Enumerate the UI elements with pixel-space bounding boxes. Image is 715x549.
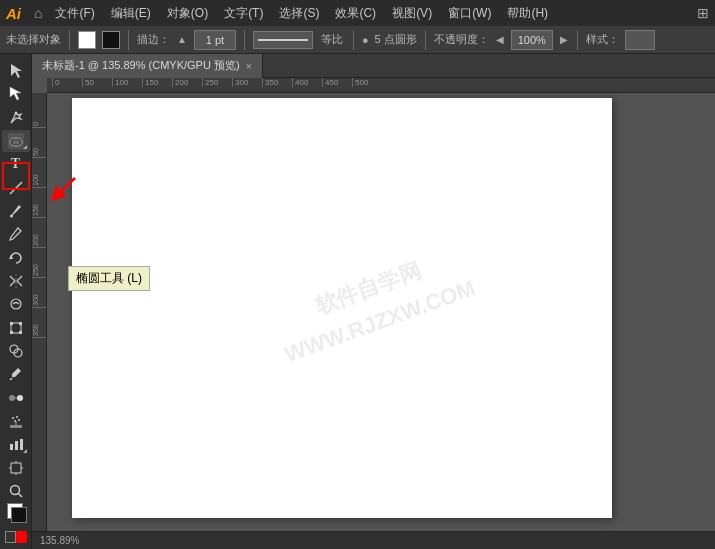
ruler-horizontal: 0 50 100 150 200 250 300 350 400 450 500 <box>47 78 715 93</box>
ruler-mark: 400 <box>292 78 322 87</box>
divider-4 <box>353 30 354 50</box>
menu-help[interactable]: 帮助(H) <box>500 3 555 24</box>
type-tool-btn[interactable]: T <box>2 153 30 175</box>
menu-object[interactable]: 对象(O) <box>160 3 215 24</box>
main-area: T <box>0 54 715 549</box>
artboard-tool-btn[interactable] <box>2 457 30 479</box>
canvas-area: 未标题-1 @ 135.89% (CMYK/GPU 预览) × 0 50 100… <box>32 54 715 549</box>
ruler-v-mark: 150 <box>32 188 46 218</box>
divider-5 <box>425 30 426 50</box>
svg-point-5 <box>12 140 20 145</box>
fill-swatch[interactable] <box>78 31 96 49</box>
graph-tool-btn[interactable] <box>2 433 30 455</box>
menu-select[interactable]: 选择(S) <box>272 3 326 24</box>
paintbrush-tool-btn[interactable] <box>2 200 30 222</box>
svg-line-36 <box>18 494 22 498</box>
document-tab[interactable]: 未标题-1 @ 135.89% (CMYK/GPU 预览) × <box>32 54 263 78</box>
blend-icon <box>8 390 24 406</box>
svg-rect-28 <box>15 441 18 450</box>
graph-icon <box>8 436 24 452</box>
pencil-tool-btn[interactable] <box>2 223 30 245</box>
home-icon[interactable]: ⌂ <box>34 5 42 21</box>
style-swatch[interactable] <box>625 30 655 50</box>
svg-point-26 <box>18 419 20 421</box>
svg-point-11 <box>11 299 21 309</box>
direct-selection-tool-btn[interactable] <box>2 83 30 105</box>
warp-tool-btn[interactable] <box>2 293 30 315</box>
ruler-mark: 150 <box>142 78 172 87</box>
ai-logo: Ai <box>6 5 28 22</box>
menu-view[interactable]: 视图(V) <box>385 3 439 24</box>
svg-rect-13 <box>10 322 13 325</box>
free-transform-icon <box>8 320 24 336</box>
pen-icon <box>8 110 24 126</box>
tools-sidebar: T <box>0 54 32 549</box>
opacity-right-arrow[interactable]: ▶ <box>559 34 569 45</box>
stroke-color-swatch[interactable] <box>11 507 27 523</box>
artboard-icon <box>8 460 24 476</box>
svg-rect-16 <box>19 331 22 334</box>
opacity-left-arrow[interactable]: ◀ <box>495 34 505 45</box>
direct-selection-icon <box>8 86 24 102</box>
line-icon <box>8 180 24 196</box>
symbol-sprayer-tool-btn[interactable] <box>2 410 30 432</box>
menu-type[interactable]: 文字(T) <box>217 3 270 24</box>
shape-builder-tool-btn[interactable] <box>2 340 30 362</box>
grid-icon[interactable]: ⊞ <box>697 5 709 21</box>
color-swatch-area <box>3 503 29 524</box>
stroke-up-arrow[interactable]: ▲ <box>176 34 188 45</box>
svg-line-6 <box>10 182 22 194</box>
ruler-mark: 200 <box>172 78 202 87</box>
ruler-mark: 50 <box>82 78 112 87</box>
ruler-v-mark: 200 <box>32 218 46 248</box>
menu-file[interactable]: 文件(F) <box>48 3 101 24</box>
free-transform-tool-btn[interactable] <box>2 317 30 339</box>
quick-mask-btn[interactable] <box>16 531 27 543</box>
svg-point-7 <box>10 215 13 218</box>
ruler-v-mark: 50 <box>32 128 46 158</box>
ruler-mark: 250 <box>202 78 232 87</box>
menu-effect[interactable]: 效果(C) <box>328 3 383 24</box>
menu-edit[interactable]: 编辑(E) <box>104 3 158 24</box>
reflect-tool-btn[interactable] <box>2 270 30 292</box>
svg-point-20 <box>9 395 15 401</box>
pen-tool-btn[interactable] <box>2 107 30 129</box>
points-label: 5 点圆形 <box>375 32 417 47</box>
ellipse-tool-btn[interactable] <box>2 130 30 152</box>
paintbrush-icon <box>8 203 24 219</box>
svg-marker-0 <box>11 64 22 78</box>
canvas-content: 0 50 100 150 200 250 300 350 400 450 500… <box>32 78 715 531</box>
svg-line-8 <box>18 228 21 231</box>
svg-point-24 <box>16 416 18 418</box>
status-bar: 135.89% <box>32 531 715 549</box>
selection-tool-btn[interactable] <box>2 60 30 82</box>
ruler-vertical: 0 50 100 150 200 250 300 350 <box>32 93 47 531</box>
ruler-mark: 450 <box>322 78 352 87</box>
divider-3 <box>244 30 245 50</box>
tab-close-btn[interactable]: × <box>246 60 252 72</box>
ruler-mark: 300 <box>232 78 262 87</box>
ruler-mark: 100 <box>112 78 142 87</box>
normal-mode-btn[interactable] <box>5 531 16 543</box>
symbol-sprayer-icon <box>8 413 24 429</box>
rotate-tool-btn[interactable] <box>2 247 30 269</box>
ellipse-icon <box>8 133 24 149</box>
eyedropper-tool-btn[interactable] <box>2 363 30 385</box>
stroke-style-preview[interactable] <box>253 31 313 49</box>
zoom-tool-btn[interactable] <box>2 480 30 502</box>
stroke-swatch[interactable] <box>102 31 120 49</box>
menu-window[interactable]: 窗口(W) <box>441 3 498 24</box>
shape-builder-icon <box>8 343 24 359</box>
opacity-input[interactable] <box>511 30 553 50</box>
blend-tool-btn[interactable] <box>2 387 30 409</box>
stroke-value-input[interactable] <box>194 30 236 50</box>
svg-line-19 <box>10 378 12 380</box>
equal-ratio-label: 等比 <box>321 32 343 47</box>
warp-icon <box>8 296 24 312</box>
pencil-icon <box>8 226 24 242</box>
ruler-v-mark: 100 <box>32 158 46 188</box>
no-selection-label: 未选择对象 <box>6 32 61 47</box>
ruler-v-mark: 300 <box>32 278 46 308</box>
eyedropper-icon <box>8 366 24 382</box>
line-tool-btn[interactable] <box>2 177 30 199</box>
